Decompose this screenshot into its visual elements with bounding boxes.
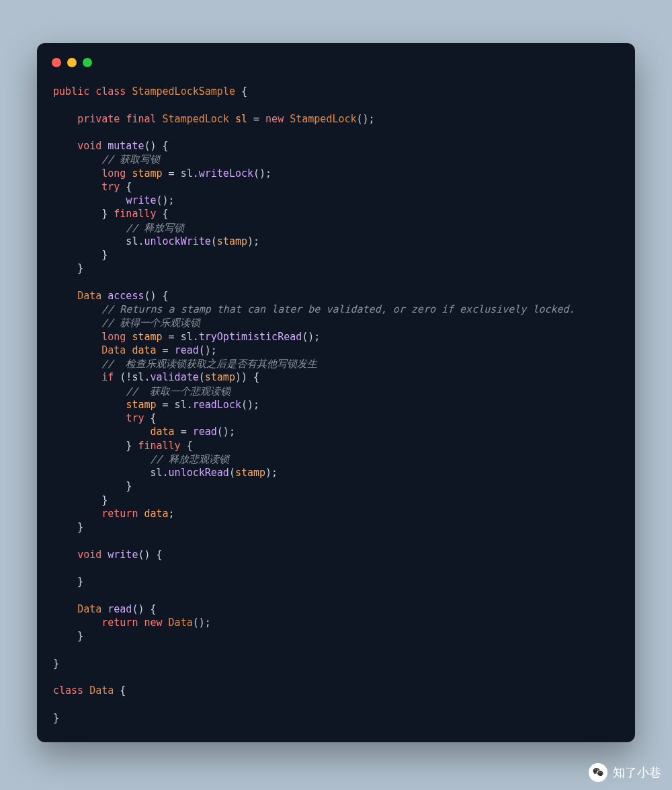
code-line: class Data { xyxy=(53,684,624,697)
code-line xyxy=(53,697,624,711)
code-line: Data access() { xyxy=(53,289,624,303)
code-line: long stamp = sl.tryOptimisticRead(); xyxy=(53,330,624,344)
code-line: } xyxy=(53,575,624,588)
code-line xyxy=(53,126,624,139)
code-line: data = read(); xyxy=(53,425,624,438)
code-line: public class StampedLockSample { xyxy=(53,85,624,98)
code-line: } xyxy=(53,479,624,493)
code-line: long stamp = sl.writeLock(); xyxy=(53,167,624,180)
code-line: // Returns a stamp that can later be val… xyxy=(53,303,624,316)
code-line xyxy=(53,276,624,289)
code-line: // 释放写锁 xyxy=(53,221,624,235)
code-line: try { xyxy=(53,180,624,194)
code-line xyxy=(53,561,624,575)
maximize-button[interactable] xyxy=(83,58,92,67)
code-line: // 检查乐观读锁获取之后是否有其他写锁发生 xyxy=(53,357,624,370)
code-line xyxy=(53,534,624,547)
code-line: return new Data(); xyxy=(53,616,624,629)
code-line: } xyxy=(53,629,624,643)
code-block: public class StampedLockSample { private… xyxy=(53,85,624,725)
code-line: sl.unlockWrite(stamp); xyxy=(53,235,624,248)
code-line xyxy=(53,588,624,602)
code-line: Data data = read(); xyxy=(53,344,624,357)
watermark-label: 知了小巷 xyxy=(613,764,661,781)
watermark: 知了小巷 xyxy=(589,763,661,782)
wechat-icon xyxy=(589,763,607,782)
code-line: } xyxy=(53,493,624,507)
code-line: } finally { xyxy=(53,439,624,452)
code-line: // 获得一个乐观读锁 xyxy=(53,316,624,329)
code-line: // 获取写锁 xyxy=(53,153,624,166)
code-line: void mutate() { xyxy=(53,139,624,153)
code-line: write(); xyxy=(53,194,624,207)
code-line: private final StampedLock sl = new Stamp… xyxy=(53,112,624,126)
code-line: } xyxy=(53,657,624,670)
code-line: Data read() { xyxy=(53,602,624,616)
code-line: } xyxy=(53,520,624,534)
code-line: // 释放悲观读锁 xyxy=(53,452,624,466)
code-line: } finally { xyxy=(53,207,624,221)
code-line: if (!sl.validate(stamp)) { xyxy=(53,370,624,384)
code-line: stamp = sl.readLock(); xyxy=(53,398,624,411)
code-line xyxy=(53,98,624,112)
code-window: public class StampedLockSample { private… xyxy=(37,43,635,742)
code-line: try { xyxy=(53,411,624,425)
code-line: } xyxy=(53,262,624,275)
minimize-button[interactable] xyxy=(67,58,77,67)
code-line: sl.unlockRead(stamp); xyxy=(53,466,624,479)
code-line: return data; xyxy=(53,507,624,520)
close-button[interactable] xyxy=(52,58,61,67)
code-line: } xyxy=(53,711,624,725)
code-line xyxy=(53,643,624,656)
code-line xyxy=(53,670,624,684)
code-line: // 获取一个悲观读锁 xyxy=(53,385,624,398)
traffic-lights xyxy=(52,58,92,67)
code-line: } xyxy=(53,248,624,262)
code-line: void write() { xyxy=(53,548,624,561)
